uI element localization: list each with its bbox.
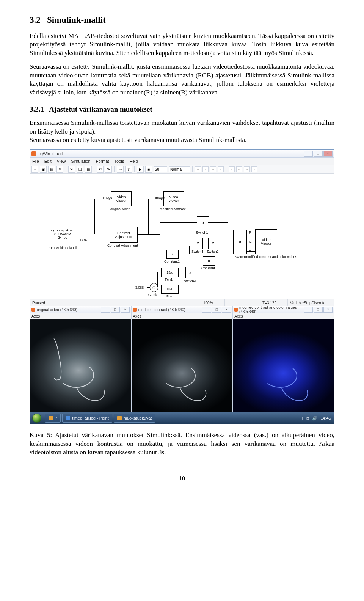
block-video-viewer-1-sub: original video <box>110 207 130 211</box>
block-constant[interactable]: 0 <box>203 256 215 266</box>
tool-1-icon[interactable]: ▫ <box>195 166 201 172</box>
port-eof: EOF <box>80 238 87 242</box>
stop-sim-icon[interactable]: ■ <box>145 166 152 173</box>
block-switch2[interactable]: ⤭ <box>208 238 218 249</box>
block-constant1[interactable]: 2 <box>166 250 179 259</box>
subsection-heading: 3.2.1 Ajastetut värikanavan muutokset <box>30 105 334 113</box>
tool-5-icon[interactable]: ▫ <box>229 166 235 172</box>
tool-4-icon[interactable]: ▫ <box>218 166 224 172</box>
menu-view[interactable]: View <box>57 159 66 164</box>
block-constant-sub: Constant <box>201 266 215 270</box>
menu-help[interactable]: Help <box>129 159 138 164</box>
menu-edit[interactable]: Edit <box>44 159 52 164</box>
viewer-1-min[interactable]: – <box>101 307 110 313</box>
open-icon[interactable]: ▣ <box>40 166 47 173</box>
viewer-2-close[interactable]: × <box>222 307 231 313</box>
toolbar: ▫ ▣ ▤ ⎙ ✂ ❐ ▦ ↶ ↷ ⇨ ⇧ ▶ ■ 28 Normal <box>30 165 334 174</box>
redo-icon[interactable]: ↷ <box>105 166 112 173</box>
start-button[interactable] <box>30 412 44 424</box>
minimize-button[interactable]: – <box>304 151 313 157</box>
viewer-2-max[interactable]: □ <box>212 307 221 313</box>
new-icon[interactable]: ▫ <box>31 166 38 173</box>
viewer-3-image <box>233 319 334 412</box>
up-icon[interactable]: ⇧ <box>125 166 132 173</box>
block-switch4[interactable]: ⤭ <box>185 267 195 278</box>
save-icon[interactable]: ▤ <box>48 166 55 173</box>
undo-icon[interactable]: ↶ <box>97 166 104 173</box>
tool-7-icon[interactable]: ▫ <box>244 166 250 172</box>
block-switch3[interactable]: ⤭ <box>193 238 203 249</box>
menu-tools[interactable]: Tools <box>115 159 124 164</box>
block-fcn1[interactable]: 15/u <box>161 268 179 277</box>
goto-icon[interactable]: ⇨ <box>117 166 124 173</box>
paragraph-2: Seuraavassa on esitetty Simulink-mallit,… <box>30 63 334 97</box>
block-clock-display[interactable]: 3.088 <box>132 283 147 292</box>
section-heading: 3.2 Simulink-mallit <box>30 15 334 25</box>
viewer-1-close[interactable]: × <box>121 307 130 313</box>
block-video-viewer-2[interactable]: Video Viewer <box>163 191 184 206</box>
block-fcn[interactable]: 10/u <box>161 285 179 294</box>
paragraph-1: Edellä esitetyt MATLAB-tiedostot soveltu… <box>30 32 334 57</box>
stop-time-field[interactable]: 28 <box>154 166 167 172</box>
paint-icon <box>66 416 70 420</box>
menu-file[interactable]: File <box>32 159 39 164</box>
block-multimedia-file[interactable]: icg_cinepak.avi V: 480x640, 24 fps <box>45 223 80 245</box>
start-sim-icon[interactable]: ▶ <box>137 166 144 173</box>
block-switch3-sub: Switch3 <box>191 250 204 253</box>
port-image-2: Image <box>155 196 165 200</box>
viewer-1-menu-axes[interactable]: Axes <box>31 314 40 318</box>
subsection-number: 3.2.1 <box>30 105 44 113</box>
block-clock-sub: Clock <box>148 293 157 297</box>
tool-6-icon[interactable]: ▫ <box>236 166 242 172</box>
viewer-2-menu-axes[interactable]: Axes <box>133 314 141 318</box>
port-g: G <box>249 240 252 244</box>
block-video-viewer-1[interactable]: Video Viewer <box>111 191 132 206</box>
block-fcn-sub: Fcn <box>166 294 172 298</box>
tool-8-icon[interactable]: ▫ <box>251 166 257 172</box>
folder-icon <box>49 416 53 420</box>
tray-lang[interactable]: FI <box>300 416 303 420</box>
viewer-icon <box>31 308 35 312</box>
block-switch1[interactable]: ⤭ <box>197 216 209 230</box>
paste-icon[interactable]: ▦ <box>85 166 92 173</box>
model-canvas[interactable]: icg_cinepak.avi V: 480x640, 24 fps EOF F… <box>30 174 334 299</box>
block-clock[interactable]: ◷ <box>150 283 158 292</box>
block-fcn1-sub: Fcn1 <box>165 278 173 282</box>
simulink-icon <box>31 151 36 156</box>
viewer-3-min[interactable]: – <box>304 307 313 313</box>
menu-format[interactable]: Format <box>96 159 109 164</box>
viewer-3-menu-axes[interactable]: Axes <box>234 314 243 318</box>
viewer-2-image <box>132 319 233 412</box>
taskbar-item-paint[interactable]: timed_all.jpg - Paint <box>62 414 112 423</box>
viewer-icon <box>234 308 238 312</box>
viewer-window-2: modified contrast (480x640) – □ × Axes <box>132 306 233 412</box>
sim-mode-select[interactable]: Normal <box>169 166 190 172</box>
taskbar-item-explorer[interactable]: 7 <box>45 414 61 423</box>
tray-clock[interactable]: 14:46 <box>320 416 331 420</box>
viewer-1-max[interactable]: □ <box>111 307 120 313</box>
block-video-viewer-2-sub: modified contrast <box>160 207 186 211</box>
tray-vol-icon[interactable]: 🔊 <box>312 416 317 421</box>
print-icon[interactable]: ⎙ <box>56 166 63 173</box>
windows-taskbar: 7 timed_all.jpg - Paint muokatut kuvat F… <box>30 412 334 424</box>
tool-3-icon[interactable]: ▫ <box>210 166 216 172</box>
cut-icon[interactable]: ✂ <box>68 166 75 173</box>
viewer-2-min[interactable]: – <box>202 307 211 313</box>
block-switch[interactable]: ⤭ <box>233 230 247 254</box>
block-video-viewer-3[interactable]: Video Viewer <box>255 229 277 254</box>
tray-net-icon[interactable]: ⧉ <box>306 416 309 421</box>
viewer-3-max[interactable]: □ <box>314 307 323 313</box>
copy-icon[interactable]: ❐ <box>77 166 83 173</box>
port-b: B <box>249 249 251 253</box>
maximize-button[interactable]: □ <box>314 151 323 157</box>
port-image-1: Image <box>103 196 112 200</box>
menu-simulation[interactable]: Simulation <box>71 159 90 164</box>
section-title: Simulink-mallit <box>47 15 106 25</box>
block-contrast-adjustment[interactable]: Contrast Adjustment <box>110 227 138 243</box>
viewer-1-title: original video (480x640) <box>37 308 77 312</box>
tool-2-icon[interactable]: ▫ <box>202 166 209 172</box>
viewer-icon <box>133 308 137 312</box>
close-button[interactable]: × <box>323 151 333 157</box>
taskbar-item-folder[interactable]: muokatut kuvat <box>114 414 155 423</box>
viewer-3-close[interactable]: × <box>323 307 333 313</box>
